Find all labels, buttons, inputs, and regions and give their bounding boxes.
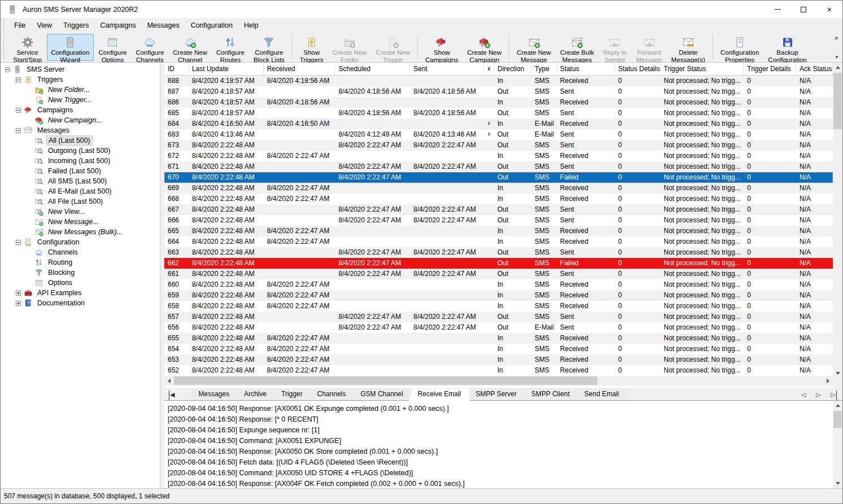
table-row[interactable]: 6868/4/2020 4:18:57 AM8/4/2020 4:18:56 A…	[164, 97, 833, 108]
tree-item-new-trigger[interactable]: New Trigger...	[1, 95, 160, 105]
tab-channels[interactable]: Channels	[308, 389, 355, 400]
column-header-scheduled[interactable]: Scheduled	[335, 63, 410, 75]
expander-minus-icon[interactable]	[16, 77, 21, 82]
tab-archive[interactable]: Archive	[235, 389, 276, 400]
log-vscroll-thumb[interactable]	[833, 411, 842, 428]
toolbar-grip-handle[interactable]	[3, 35, 5, 60]
log-vertical-scrollbar[interactable]	[833, 401, 842, 488]
scroll-up-icon[interactable]	[833, 63, 842, 72]
tab-receive-email[interactable]: Receive Email	[409, 388, 470, 401]
tree-item-sms-server[interactable]: SMS Server	[1, 64, 160, 74]
column-header-ack-status[interactable]: Ack Status	[796, 63, 833, 75]
tree-item-outgoing-last-500[interactable]: Outgoing (Last 500)	[1, 146, 160, 156]
toolbar-more-arrow-icon[interactable]: ▼	[835, 55, 839, 60]
table-row[interactable]: 6728/4/2020 2:22:48 AM8/4/2020 2:22:47 A…	[164, 151, 833, 161]
tree-item-documentation[interactable]: ?Documentation	[1, 298, 160, 308]
delete-message-s-button[interactable]: DeleteMessage(s)	[667, 34, 709, 61]
expander-minus-icon[interactable]	[16, 108, 21, 113]
column-header-last-update[interactable]: Last Update	[189, 63, 264, 75]
tree-item-failed-last-500[interactable]: Failed (Last 500)	[1, 166, 160, 176]
close-button[interactable]: ×	[816, 1, 842, 18]
menu-configuration[interactable]: Configuration	[185, 21, 238, 29]
column-header-id[interactable]: ID	[164, 63, 189, 75]
column-header-attachment[interactable]	[484, 63, 494, 75]
menubar-grip-handle[interactable]	[3, 19, 5, 32]
tree-item-triggers[interactable]: Triggers	[1, 74, 160, 85]
table-row[interactable]: 6668/4/2020 2:22:48 AM8/4/2020 2:22:47 A…	[164, 215, 833, 226]
table-row[interactable]: 6578/4/2020 2:22:48 AM8/4/2020 2:22:47 A…	[164, 312, 833, 322]
expander-minus-icon[interactable]	[5, 67, 10, 72]
table-row[interactable]: 6738/4/2020 2:22:48 AM8/4/2020 2:22:47 A…	[164, 140, 833, 151]
tab-smpp-server[interactable]: SMPP Server	[467, 389, 526, 400]
column-header-status-details[interactable]: Status Details	[615, 63, 661, 75]
expander-plus-icon[interactable]	[16, 291, 21, 296]
table-row[interactable]: 6598/4/2020 2:22:48 AM8/4/2020 2:22:47 A…	[164, 290, 833, 301]
tab-trigger[interactable]: Trigger	[272, 389, 312, 400]
tree-item-options[interactable]: Options	[1, 278, 160, 288]
maximize-button[interactable]	[790, 1, 816, 18]
table-row[interactable]: 6568/4/2020 2:22:48 AM8/4/2020 2:22:47 A…	[164, 322, 833, 333]
tree-item-all-sms-last-500[interactable]: All SMS (Last 500)	[1, 176, 160, 186]
tree-item-api-examples[interactable]: API Examples	[1, 288, 160, 298]
table-row[interactable]: 6688/4/2020 2:22:48 AM8/4/2020 2:22:47 A…	[164, 194, 833, 204]
grid-horizontal-scrollbar[interactable]	[164, 376, 833, 385]
tab-messages[interactable]: Messages	[189, 389, 238, 400]
table-row[interactable]: 6628/4/2020 2:22:48 AM8/4/2020 2:22:47 A…	[164, 258, 833, 269]
tab-send-email[interactable]: Send Email	[575, 389, 628, 400]
configure-channels-button[interactable]: ConfigureChannels	[132, 34, 168, 61]
menu-view[interactable]: View	[31, 21, 58, 29]
log-scroll-down-icon[interactable]	[833, 479, 842, 488]
minimize-button[interactable]	[765, 1, 790, 18]
tab-smpp-client[interactable]: SMPP Client	[522, 389, 579, 400]
show-campaigns-button[interactable]: ShowCampaigns	[421, 34, 462, 61]
column-header-received[interactable]: Received	[264, 63, 335, 75]
scroll-left-icon[interactable]	[164, 376, 174, 385]
expander-minus-icon[interactable]	[16, 128, 21, 133]
table-row[interactable]: 6858/4/2020 4:18:57 AM8/4/2020 4:18:56 A…	[164, 108, 833, 119]
toolbar-overflow-chevron-icon[interactable]: »	[835, 34, 839, 41]
tree-item-blocking[interactable]: Blocking	[1, 268, 160, 278]
configure-routes-button[interactable]: ConfigureRoutes	[212, 34, 248, 61]
table-row[interactable]: 6548/4/2020 2:22:48 AM8/4/2020 2:22:47 A…	[164, 344, 833, 354]
table-row[interactable]: 6848/4/2020 4:16:50 AM8/4/2020 4:16:50 A…	[164, 119, 833, 129]
create-bulk-messages-button[interactable]: Create BulkMessages	[556, 34, 598, 61]
panel-splitter[interactable]	[160, 63, 164, 488]
tree-item-new-messages-bulk[interactable]: New Messages (Bulk)...	[1, 227, 160, 237]
configure-options-button[interactable]: ConfigureOptions	[95, 34, 131, 61]
tree-item-configuration[interactable]: Configuration	[1, 237, 160, 247]
table-row[interactable]: 6538/4/2020 2:22:48 AM8/4/2020 2:22:47 A…	[164, 354, 833, 365]
tree-item-new-folder[interactable]: New Folder...	[1, 85, 160, 95]
table-row[interactable]: 6528/4/2020 2:22:48 AM8/4/2020 2:22:47 A…	[164, 365, 833, 376]
configure-block-lists-button[interactable]: ConfigureBlock Lists	[250, 34, 289, 61]
tree-item-all-last-500[interactable]: All (Last 500)	[1, 135, 160, 146]
column-header-trigger-details[interactable]: Trigger Details	[744, 63, 796, 75]
menu-triggers[interactable]: Triggers	[58, 21, 94, 29]
column-header-status[interactable]: Status	[557, 63, 615, 75]
table-row[interactable]: 6698/4/2020 2:22:48 AM8/4/2020 2:22:47 A…	[164, 183, 833, 194]
tree-item-new-message[interactable]: New Message...	[1, 217, 160, 227]
table-row[interactable]: 6878/4/2020 4:18:57 AM8/4/2020 4:18:56 A…	[164, 86, 833, 97]
prev-tab-icon[interactable]: ◁	[799, 391, 808, 400]
tree-item-all-e-mail-last-500[interactable]: All E-Mail (Last 500)	[1, 186, 160, 196]
log-scroll-up-icon[interactable]	[833, 401, 842, 410]
tab-gsm-channel[interactable]: GSM Channel	[351, 389, 412, 400]
show-triggers-button[interactable]: ShowTriggers	[296, 34, 327, 61]
column-header-trigger-status[interactable]: Trigger Status	[661, 63, 744, 75]
tree-item-all-file-last-500[interactable]: All File (Last 500)	[1, 196, 160, 207]
menu-campaigns[interactable]: Campaigns	[94, 21, 141, 29]
grid-vscroll-thumb[interactable]	[833, 73, 842, 129]
last-tab-icon[interactable]: ▷	[829, 391, 837, 400]
configuration-properties-button[interactable]: ConfigurationProperties	[717, 34, 763, 61]
table-row[interactable]: 6648/4/2020 2:22:48 AM8/4/2020 2:22:47 A…	[164, 236, 833, 247]
table-row[interactable]: 6658/4/2020 2:22:48 AM8/4/2020 2:22:47 A…	[164, 226, 833, 236]
grid-vertical-scrollbar[interactable]	[833, 63, 842, 378]
table-row[interactable]: 6638/4/2020 2:22:48 AM8/4/2020 2:22:47 A…	[164, 247, 833, 258]
tree-item-campaigns[interactable]: Campaigns	[1, 105, 160, 115]
column-header-type[interactable]: Type	[531, 63, 557, 75]
grid-hscroll-thumb[interactable]	[174, 376, 597, 385]
table-row[interactable]: 6838/4/2020 4:13:46 AM8/4/2020 4:12:49 A…	[164, 129, 833, 140]
expander-minus-icon[interactable]	[16, 240, 21, 245]
table-row[interactable]: 6708/4/2020 2:22:48 AM8/4/2020 2:22:47 A…	[164, 172, 833, 183]
column-header-sent[interactable]: Sent	[410, 63, 484, 75]
table-row[interactable]: 6558/4/2020 2:22:48 AM8/4/2020 2:22:47 A…	[164, 333, 833, 344]
